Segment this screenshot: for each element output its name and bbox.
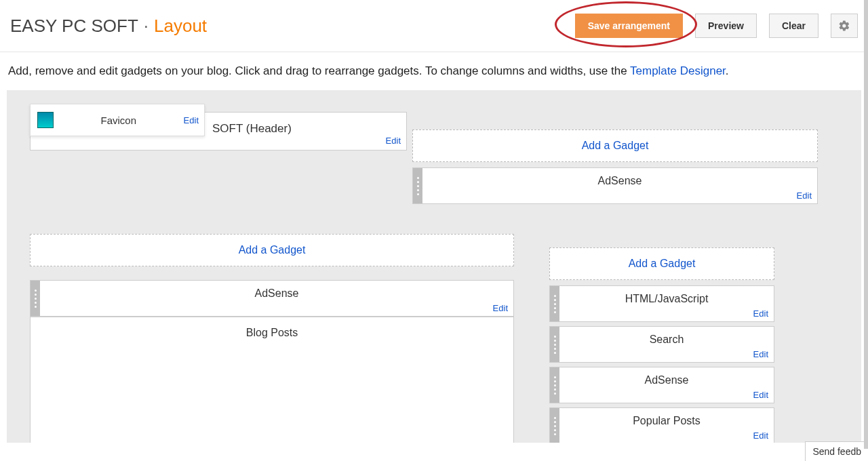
section-name: Layout: [154, 16, 207, 37]
popular-posts-gadget[interactable]: Popular Posts Edit: [549, 407, 774, 443]
favicon-gadget[interactable]: Favicon Edit: [30, 104, 205, 136]
clear-button[interactable]: Clear: [769, 14, 818, 38]
add-gadget-main[interactable]: Add a Gadget: [30, 234, 514, 266]
drag-handle-icon[interactable]: [550, 367, 559, 403]
gadget-edit-link[interactable]: Edit: [753, 349, 768, 359]
send-feedback-tab[interactable]: Send feedb: [805, 441, 868, 443]
preview-button[interactable]: Preview: [695, 14, 757, 38]
favicon-icon: [37, 112, 54, 128]
drag-handle-icon[interactable]: [550, 408, 559, 443]
add-gadget-crosscol[interactable]: Add a Gadget: [412, 129, 818, 162]
gadget-label: AdSense: [645, 374, 689, 386]
settings-button[interactable]: [831, 14, 858, 38]
drag-handle-icon[interactable]: [550, 286, 559, 321]
header-gadget-edit-link[interactable]: Edit: [386, 136, 401, 146]
drag-handle-icon[interactable]: [550, 327, 559, 362]
adsense-gadget-sidebar[interactable]: AdSense Edit: [549, 367, 774, 403]
save-arrangement-button[interactable]: Save arrangement: [575, 14, 683, 38]
main-section: Add a Gadget AdSense Edit Blog Posts: [30, 234, 514, 443]
html-javascript-gadget[interactable]: HTML/JavaScript Edit: [549, 285, 774, 322]
instruction-text: Add, remove and edit gadgets on your blo…: [0, 52, 868, 90]
drag-handle-icon[interactable]: [413, 168, 422, 203]
gadget-label: Search: [650, 334, 684, 345]
template-designer-link[interactable]: Template Designer: [630, 64, 726, 77]
drag-handle-icon[interactable]: [31, 281, 40, 316]
scrollbar[interactable]: [864, 0, 868, 443]
add-gadget-sidebar[interactable]: Add a Gadget: [549, 247, 774, 280]
gadget-edit-link[interactable]: Edit: [493, 303, 508, 313]
gadget-label: Popular Posts: [633, 415, 701, 426]
gadget-label: HTML/JavaScript: [625, 293, 709, 304]
blog-posts-label: Blog Posts: [246, 327, 298, 338]
top-bar: EASY PC SOFT · Layout Save arrangement P…: [0, 0, 868, 52]
gadget-edit-link[interactable]: Edit: [753, 430, 768, 441]
title-separator: ·: [144, 16, 149, 37]
crosscol-section: Add a Gadget AdSense Edit: [412, 129, 818, 204]
gear-icon: [838, 20, 850, 32]
page-title-group: EASY PC SOFT · Layout: [10, 16, 207, 37]
gadget-edit-link[interactable]: Edit: [753, 308, 768, 319]
sidebar-section: Add a Gadget HTML/JavaScript Edit Search…: [549, 247, 774, 443]
blog-posts-gadget[interactable]: Blog Posts: [30, 317, 514, 443]
action-bar: Save arrangement Preview Clear: [575, 14, 858, 38]
adsense-gadget-main[interactable]: AdSense Edit: [30, 280, 514, 317]
favicon-label: Favicon: [54, 115, 184, 126]
gadget-label: AdSense: [255, 287, 299, 299]
layout-canvas: SOFT (Header) Edit Favicon Edit Add a Ga…: [7, 90, 861, 443]
adsense-gadget-crosscol[interactable]: AdSense Edit: [412, 167, 818, 204]
search-gadget[interactable]: Search Edit: [549, 326, 774, 363]
instruction-period: .: [726, 64, 729, 77]
gadget-edit-link[interactable]: Edit: [753, 390, 768, 400]
instruction-part-a: Add, remove and edit gadgets on your blo…: [8, 64, 630, 77]
gadget-edit-link[interactable]: Edit: [797, 191, 812, 201]
favicon-edit-link[interactable]: Edit: [184, 115, 199, 125]
gadget-label: AdSense: [598, 175, 642, 186]
header-gadget-label: SOFT (Header): [212, 122, 292, 136]
blog-name: EASY PC SOFT: [10, 16, 138, 37]
